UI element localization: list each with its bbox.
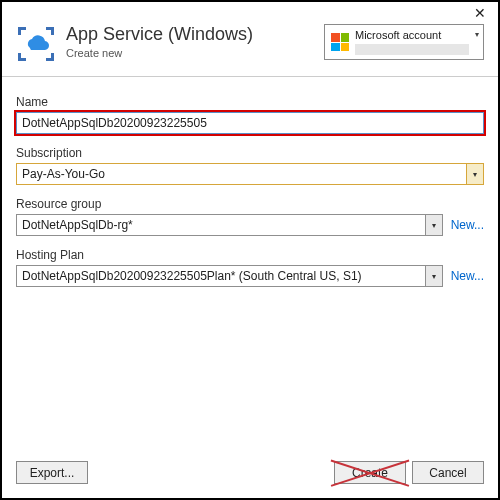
app-service-dialog: ✕ App Service (Windows) Create new: [0, 0, 500, 500]
chevron-down-icon: ▾: [475, 30, 481, 39]
chevron-down-icon: ▾: [425, 215, 442, 235]
subscription-field: Subscription Pay-As-You-Go ▾: [16, 146, 484, 185]
close-icon[interactable]: ✕: [470, 6, 490, 20]
cloud-icon: [16, 24, 56, 64]
titlebar: ✕: [2, 2, 498, 20]
dialog-header: App Service (Windows) Create new Microso…: [2, 20, 498, 77]
dialog-title: App Service (Windows): [66, 24, 324, 45]
cancel-button[interactable]: Cancel: [412, 461, 484, 484]
resource-group-new-link[interactable]: New...: [451, 218, 484, 232]
subscription-label: Subscription: [16, 146, 484, 160]
dialog-footer: Export... Create Cancel: [2, 451, 498, 498]
resource-group-value: DotNetAppSqlDb-rg*: [22, 218, 425, 232]
svg-rect-5: [18, 53, 21, 61]
name-input[interactable]: [16, 112, 484, 134]
title-block: App Service (Windows) Create new: [66, 24, 324, 59]
form-area: Name Subscription Pay-As-You-Go ▾ Resour…: [2, 77, 498, 451]
hosting-plan-value: DotNetAppSqlDb20200923225505Plan* (South…: [22, 269, 425, 283]
resource-group-select[interactable]: DotNetAppSqlDb-rg* ▾: [16, 214, 443, 236]
name-label: Name: [16, 95, 484, 109]
account-text: Microsoft account: [355, 29, 469, 54]
account-email-redacted: [355, 44, 469, 55]
chevron-down-icon: ▾: [466, 164, 483, 184]
resource-group-field: Resource group DotNetAppSqlDb-rg* ▾ New.…: [16, 197, 484, 236]
subscription-select[interactable]: Pay-As-You-Go ▾: [16, 163, 484, 185]
svg-rect-3: [51, 27, 54, 35]
name-field: Name: [16, 95, 484, 134]
svg-rect-1: [18, 27, 21, 35]
resource-group-label: Resource group: [16, 197, 484, 211]
create-button[interactable]: Create: [334, 461, 406, 484]
hosting-plan-new-link[interactable]: New...: [451, 269, 484, 283]
account-label: Microsoft account: [355, 29, 469, 41]
account-selector[interactable]: Microsoft account ▾: [324, 24, 484, 60]
dialog-subtitle: Create new: [66, 47, 324, 59]
svg-rect-7: [51, 53, 54, 61]
hosting-plan-field: Hosting Plan DotNetAppSqlDb2020092322550…: [16, 248, 484, 287]
export-button[interactable]: Export...: [16, 461, 88, 484]
subscription-value: Pay-As-You-Go: [22, 167, 466, 181]
chevron-down-icon: ▾: [425, 266, 442, 286]
hosting-plan-select[interactable]: DotNetAppSqlDb20200923225505Plan* (South…: [16, 265, 443, 287]
microsoft-logo-icon: [331, 33, 349, 51]
hosting-plan-label: Hosting Plan: [16, 248, 484, 262]
